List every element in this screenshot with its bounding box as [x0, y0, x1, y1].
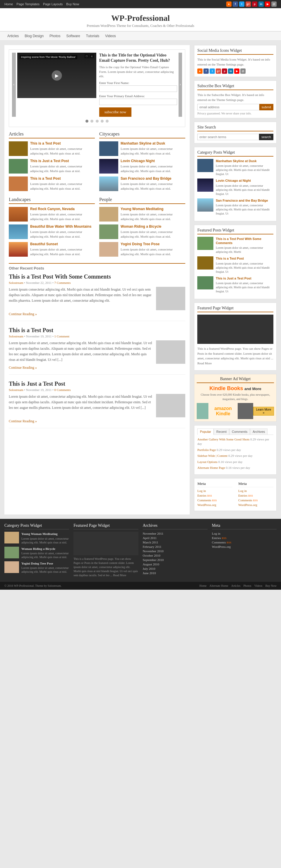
subscribe-submit-button[interactable]: submit	[259, 104, 273, 110]
youtube-icon[interactable]: ▶	[265, 1, 270, 7]
pinterest-icon[interactable]: p	[252, 1, 257, 7]
sidebar-cat-post-title-1[interactable]: Manhattan Skyline at Dusk	[216, 159, 273, 163]
slider-dot-1[interactable]	[86, 120, 88, 123]
archive-apr-2011[interactable]: April 2011	[143, 536, 208, 540]
meta-comments-rss-1[interactable]: Comments RSS	[197, 498, 232, 502]
article-title-3[interactable]: This is a Test Post	[30, 177, 95, 181]
widget-email-icon[interactable]: @	[240, 68, 246, 74]
subscribe-button[interactable]: subscribe now	[99, 107, 132, 117]
tab-comments[interactable]: Comments	[229, 428, 250, 435]
widget-linkedin-icon[interactable]: in	[228, 68, 233, 74]
sidebar-cat-post-title-2[interactable]: Lovin Chicago at Night	[216, 179, 273, 183]
popular-link-1[interactable]: Another Gallery With Some Good Shots	[197, 437, 249, 441]
blog-post-3-author[interactable]: Solostream	[9, 388, 24, 392]
people-title-1[interactable]: Young Woman Meditating	[121, 207, 185, 212]
widget-gplus-icon[interactable]: g+	[216, 68, 221, 74]
footer-meta-comments-rss[interactable]: Comments RSS	[212, 540, 277, 544]
bottom-buy-now[interactable]: Buy Now	[265, 584, 277, 587]
footer-meta-wordpress[interactable]: WordPress.org	[212, 545, 277, 549]
archive-oct-2010[interactable]: October 2010	[143, 554, 208, 557]
meta-comments-rss-2[interactable]: Comments RSS	[238, 498, 273, 502]
subscribe-email-input[interactable]	[197, 104, 259, 110]
widget-rss-icon[interactable]: ▸	[197, 68, 202, 74]
meta-login-1[interactable]: Log in	[197, 489, 232, 493]
article-title-2[interactable]: This is Just a Test Post	[30, 159, 95, 163]
googleplus-icon[interactable]: g+	[246, 1, 251, 7]
widget-youtube-icon[interactable]: ▶	[234, 68, 240, 74]
slider-dot-3[interactable]	[96, 120, 99, 123]
topnav-buy-now[interactable]: Buy Now	[66, 2, 79, 6]
landscape-title-2[interactable]: Beautiful Blue Water With Mountains	[30, 224, 95, 229]
blog-post-1-author[interactable]: Solostream	[9, 281, 24, 284]
popular-link-4[interactable]: Layout Options	[197, 460, 217, 464]
landscape-title-3[interactable]: Beautiful Sunset	[30, 242, 95, 247]
landscape-title-1[interactable]: Red Rock Canyon, Nevada	[30, 207, 95, 212]
cityscape-title-2[interactable]: Lovin Chicago Night	[121, 159, 185, 163]
blog-post-1-continue[interactable]: Continue Reading »	[9, 312, 185, 316]
archive-nov-2011[interactable]: November 2011	[143, 532, 208, 535]
blog-post-1-title[interactable]: This is a Test Post With Some Comments	[9, 273, 185, 280]
topnav-page-templates[interactable]: Page Templates	[17, 2, 39, 6]
meta-entries-rss-2[interactable]: Entries RSS	[238, 494, 273, 497]
cityscape-title-3[interactable]: San Francisco and Bay Bridge	[121, 177, 185, 181]
blog-post-2-author[interactable]: Solostream	[9, 335, 24, 338]
slider-dot-4[interactable]	[101, 120, 104, 123]
linkedin-icon[interactable]: in	[258, 1, 264, 7]
archive-jul-2010[interactable]: July 2010	[143, 567, 208, 570]
tab-recent[interactable]: Recent	[214, 428, 229, 435]
blog-post-3-title[interactable]: This is Just a Test Post	[9, 380, 185, 387]
footer-post-title-3[interactable]: Yogini Doing Tree Pose	[21, 561, 69, 565]
rss-icon[interactable]: ▸	[226, 1, 231, 7]
meta-wordpress-2[interactable]: WordPress.org	[238, 503, 273, 506]
bottom-articles[interactable]: Articles	[231, 584, 241, 587]
blog-post-2-comments[interactable]: 1 Comment	[55, 335, 70, 338]
bottom-photos[interactable]: Photos	[243, 584, 251, 587]
search-button[interactable]: search	[259, 134, 273, 140]
cityscape-title-1[interactable]: Manhattan Skyline at Dusk	[121, 141, 185, 146]
widget-twitter-icon[interactable]: t	[210, 68, 215, 74]
archive-aug-2010[interactable]: August 2010	[143, 562, 208, 566]
featured-post-title-2[interactable]: This is a Test Post	[216, 256, 273, 260]
footer-meta-entries-rss[interactable]: Entries RSS	[212, 536, 277, 540]
slider-play-button[interactable]: ▶	[52, 70, 62, 81]
footer-post-title-1[interactable]: Young Woman Meditating	[21, 532, 69, 536]
footer-post-title-2[interactable]: Woman Riding a Bicycle	[21, 547, 69, 551]
popular-link-2[interactable]: Portfolio Page	[197, 448, 216, 452]
archive-sep-2010[interactable]: September 2010	[143, 558, 208, 562]
blog-post-3-comments[interactable]: 0 Comments	[55, 388, 71, 392]
sidebar-cat-post-title-3[interactable]: San Francisco and the Bay Bridge	[216, 198, 273, 203]
learn-more-button[interactable]: Learn More »	[253, 407, 274, 415]
archive-mar-2011[interactable]: March 2011	[143, 540, 208, 544]
slider-prev-arrow[interactable]: ‹	[12, 53, 16, 117]
tab-archives[interactable]: Archives	[250, 428, 268, 435]
archive-jun-2010[interactable]: June 2010	[143, 571, 208, 575]
meta-login-2[interactable]: Log in	[238, 489, 273, 493]
mainnav-articles[interactable]: Articles	[4, 32, 22, 40]
slider-dot-2[interactable]	[90, 120, 93, 123]
mainnav-software[interactable]: Software	[63, 32, 83, 40]
twitter-icon[interactable]: t	[239, 1, 244, 7]
article-title-1[interactable]: This is a Test Post	[30, 141, 95, 146]
meta-wordpress-1[interactable]: WordPress.org	[197, 503, 232, 506]
mainnav-photos[interactable]: Photos	[46, 32, 63, 40]
slider-next-arrow[interactable]: ›	[179, 53, 182, 117]
facebook-icon[interactable]: f	[233, 1, 238, 7]
mainnav-blog-design[interactable]: Blog Design	[22, 32, 46, 40]
tab-popular[interactable]: Popular	[197, 428, 214, 435]
slider-firstname-input[interactable]	[99, 86, 177, 92]
slider-dot-5[interactable]	[106, 120, 108, 123]
slider-email-input[interactable]	[99, 99, 177, 105]
footer-meta-login[interactable]: Log in	[212, 532, 277, 535]
bottom-videos[interactable]: Videos	[254, 584, 262, 587]
archive-feb-2011[interactable]: February 2011	[143, 545, 208, 549]
bottom-home[interactable]: Home	[199, 584, 206, 587]
mainnav-tutorials[interactable]: Tutorials	[83, 32, 102, 40]
blog-post-2-continue[interactable]: Continue Reading »	[9, 366, 185, 370]
search-input[interactable]	[197, 134, 259, 140]
blog-post-1-comments[interactable]: 7 Comments	[55, 281, 71, 284]
popular-link-3[interactable]: Sidebar-Wide | Content	[197, 454, 227, 457]
slider-fullscreen-btn[interactable]: □	[85, 54, 88, 58]
archive-nov-2010[interactable]: November 2010	[143, 549, 208, 553]
widget-facebook-icon[interactable]: f	[204, 68, 209, 74]
blog-post-2-title[interactable]: This is a Test Post	[9, 327, 185, 334]
